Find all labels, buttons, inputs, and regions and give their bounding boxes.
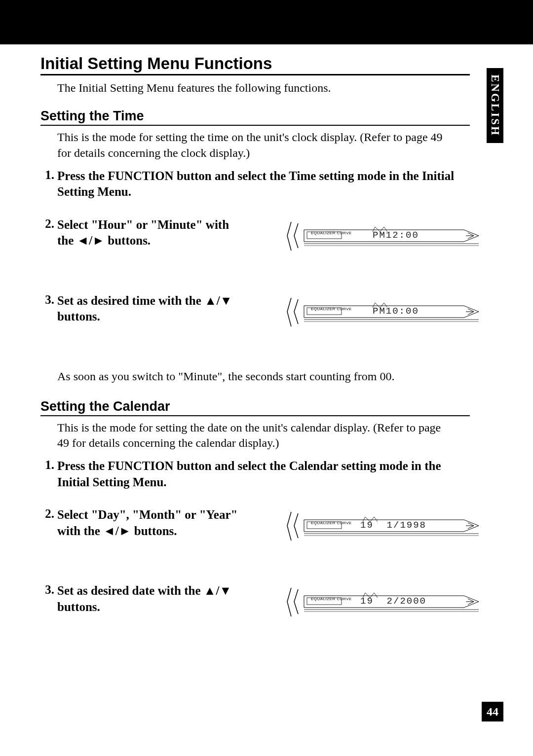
lcd-text: 19 2/2000 [360,596,426,607]
calendar-step-3: 3. Set as desired date with the ▲/▼ butt… [40,583,489,642]
calendar-body: This is the mode for setting the date on… [57,420,455,451]
page-content: Initial Setting Menu Functions The Initi… [0,44,533,642]
subsection-heading-calendar: Setting the Calendar [40,399,470,416]
lcd-text: PM10:00 [373,306,419,317]
lcd-illustration: EQUALIZER CURVE PM10:00 [276,297,489,332]
step-text: Press the FUNCTION button and select the… [57,168,462,200]
lcd-text: PM12:00 [373,230,419,241]
step-number: 3. [40,583,57,597]
lcd-illustration: EQUALIZER CURVE 19 2/2000 [276,587,489,622]
step-text-pre: Set as desired time with the [57,294,204,307]
equalizer-label: EQUALIZER CURVE [311,597,352,601]
up-down-arrows-icon: ▲/▼ [204,294,232,307]
equalizer-label: EQUALIZER CURVE [311,231,352,235]
page-number: 44 [482,702,503,721]
section-heading: Initial Setting Menu Functions [40,54,470,75]
step-number: 1. [40,168,57,182]
step-text-post: buttons. [57,600,100,613]
step-number: 3. [40,293,57,307]
step-text: Set as desired time with the ▲/▼ buttons… [57,293,240,325]
step-text: Select "Hour" or "Minute" with the ◄/► b… [57,217,240,249]
lcd-illustration: EQUALIZER CURVE 19 1/1998 [276,511,489,546]
subsection-heading-time: Setting the Time [40,108,470,126]
left-right-arrows-icon: ◄/► [103,524,131,538]
step-text-pre: Set as desired date with the [57,584,204,597]
time-step-1: 1. Press the FUNCTION button and select … [40,168,489,200]
left-right-arrows-icon: ◄/► [77,234,105,247]
step-text: Select "Day", "Month" or "Year" with the… [57,507,240,539]
time-step-2: 2. Select "Hour" or "Minute" with the ◄/… [40,217,489,276]
calendar-step-1: 1. Press the FUNCTION button and select … [40,458,489,490]
step-text: Set as desired date with the ▲/▼ buttons… [57,583,240,615]
time-step-3: 3. Set as desired time with the ▲/▼ butt… [40,293,489,352]
step-text-post: buttons. [57,310,100,323]
step-text: Press the FUNCTION button and select the… [57,458,462,490]
equalizer-label: EQUALIZER CURVE [311,521,352,525]
time-body: This is the mode for setting the time on… [57,130,455,161]
step-text-post: buttons. [131,524,177,538]
step-number: 1. [40,458,57,472]
time-note: As soon as you switch to "Minute", the s… [57,369,455,384]
step-text-post: buttons. [105,234,151,247]
lcd-illustration: EQUALIZER CURVE PM12:00 [276,221,489,256]
header-black-bar [0,0,533,44]
section-intro: The Initial Setting Menu features the fo… [57,80,452,96]
language-tab: ENGLISH [487,68,503,143]
step-number: 2. [40,507,57,521]
equalizer-label: EQUALIZER CURVE [311,307,352,311]
step-number: 2. [40,217,57,231]
lcd-text: 19 1/1998 [360,520,426,531]
calendar-step-2: 2. Select "Day", "Month" or "Year" with … [40,507,489,566]
up-down-arrows-icon: ▲/▼ [204,584,231,597]
